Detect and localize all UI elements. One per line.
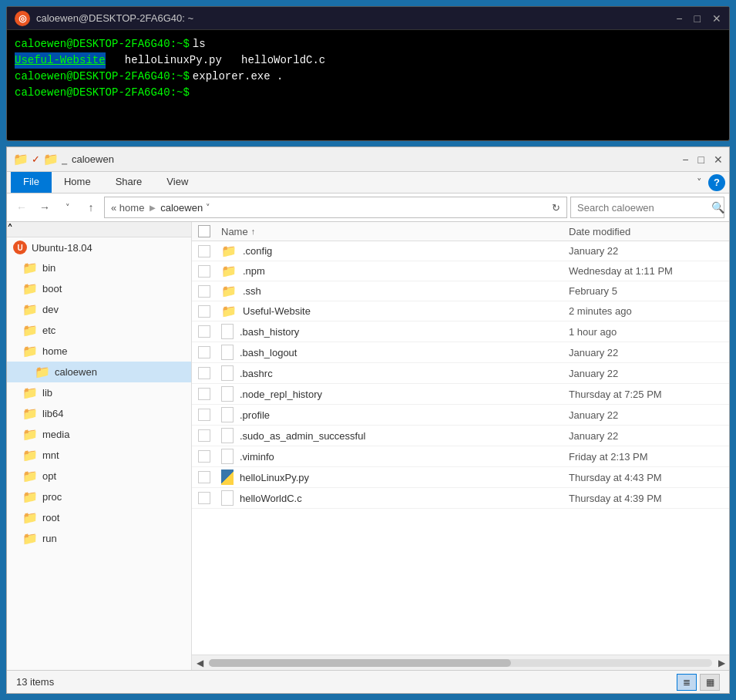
file-row-bashrc[interactable]: .bashrc January 22 — [192, 363, 729, 384]
file-row-sudo[interactable]: .sudo_as_admin_successful January 22 — [192, 426, 729, 446]
sidebar-item-dev[interactable]: 📁 dev — [7, 299, 191, 320]
file-check-profile[interactable] — [198, 409, 210, 421]
terminal-cmd-2: explorer.exe . — [193, 69, 284, 85]
nav-recent-button[interactable]: ˅ — [58, 197, 78, 217]
sidebar-item-lib64[interactable]: 📁 lib64 — [7, 403, 191, 424]
explorer-close-button[interactable]: ✕ — [714, 153, 723, 166]
view-large-icons-button[interactable]: ▦ — [700, 674, 720, 691]
search-input[interactable] — [577, 202, 707, 214]
scroll-left-button[interactable]: ◀ — [192, 658, 207, 668]
file-row-profile[interactable]: .profile January 22 — [192, 405, 729, 426]
file-check-config[interactable] — [198, 245, 210, 257]
ribbon-tab-share[interactable]: Share — [103, 172, 155, 193]
file-label-sudo: .sudo_as_admin_successful — [240, 430, 365, 442]
sidebar-item-boot[interactable]: 📁 boot — [7, 278, 191, 299]
header-name-col[interactable]: Name ↑ — [221, 226, 569, 237]
scroll-right-button[interactable]: ▶ — [714, 658, 729, 668]
ribbon-tab-home[interactable]: Home — [52, 172, 103, 193]
file-check-bash-history[interactable] — [198, 325, 210, 338]
file-row-node-repl[interactable]: .node_repl_history Thursday at 7:25 PM — [192, 384, 729, 405]
titlebar-folder-icon-2: 📁 — [43, 152, 59, 167]
sidebar-item-home[interactable]: 📁 home — [7, 341, 191, 362]
sidebar-item-lib[interactable]: 📁 lib — [7, 382, 191, 403]
file-row-config[interactable]: 📁 .config January 22 — [192, 241, 729, 261]
file-row-viminfo[interactable]: .viminfo Friday at 2:13 PM — [192, 446, 729, 467]
file-row-helloworldc[interactable]: helloWorldC.c Thursday at 4:39 PM — [192, 488, 729, 509]
search-icon[interactable]: 🔍 — [711, 201, 724, 214]
quick-access-icons: 📁 ✓ 📁 ⎯ — [13, 152, 67, 167]
file-check-useful-website[interactable] — [198, 305, 210, 318]
file-check-viminfo[interactable] — [198, 450, 210, 463]
file-label-viminfo: .viminfo — [240, 451, 274, 463]
scroll-track[interactable] — [209, 659, 712, 667]
sidebar-item-etc[interactable]: 📁 etc — [7, 320, 191, 341]
sidebar-item-proc[interactable]: 📁 proc — [7, 486, 191, 507]
horizontal-scrollbar[interactable]: ◀ ▶ — [192, 655, 729, 670]
header-date-col[interactable]: Date modified — [569, 226, 723, 237]
folder-icon-mnt: 📁 — [22, 448, 38, 463]
ribbon-help-button[interactable]: ? — [708, 174, 725, 191]
sidebar-scroll-up[interactable]: ˄ — [7, 222, 191, 237]
ribbon-tab-view[interactable]: View — [154, 172, 200, 193]
sidebar-label-lib64: lib64 — [42, 408, 63, 419]
terminal-cmd-1: ls — [193, 36, 206, 52]
file-name-helloworldc: helloWorldC.c — [221, 490, 569, 506]
sidebar-item-ubuntu[interactable]: U Ubuntu-18.04 — [7, 237, 191, 257]
nav-forward-button[interactable]: → — [35, 197, 55, 217]
file-check-node-repl[interactable] — [198, 388, 210, 400]
file-list: 📁 .config January 22 📁 .npm Wednesday at… — [192, 241, 729, 655]
file-row-bash-logout[interactable]: .bash_logout January 22 — [192, 342, 729, 363]
terminal-close-button[interactable]: ✕ — [712, 12, 721, 25]
sidebar-item-media[interactable]: 📁 media — [7, 424, 191, 445]
sidebar-item-bin[interactable]: 📁 bin — [7, 257, 191, 278]
file-check-bash-logout[interactable] — [198, 346, 210, 358]
file-check-hellolinuxpy[interactable] — [198, 471, 210, 483]
nav-back-button[interactable]: ← — [12, 197, 32, 217]
terminal-controls: − □ ✕ — [676, 12, 721, 25]
view-details-button[interactable]: ≣ — [677, 674, 697, 691]
file-date-useful-website: 2 minutes ago — [569, 305, 723, 317]
sidebar-item-run[interactable]: 📁 run — [7, 528, 191, 549]
sidebar-item-root[interactable]: 📁 root — [7, 507, 191, 528]
search-bar[interactable]: 🔍 — [570, 197, 724, 218]
ribbon-expand-button[interactable]: ˅ — [691, 173, 708, 192]
address-refresh-button[interactable]: ↻ — [552, 202, 560, 214]
folder-icon-proc: 📁 — [22, 490, 38, 504]
file-check-helloworldc[interactable] — [198, 492, 210, 504]
terminal-maximize-button[interactable]: □ — [694, 12, 701, 25]
sort-arrow-icon: ↑ — [251, 227, 256, 236]
file-check-sudo[interactable] — [198, 429, 210, 442]
header-name-label: Name — [221, 226, 248, 237]
file-label-node-repl: .node_repl_history — [240, 389, 322, 400]
file-date-npm: Wednesday at 1:11 PM — [569, 265, 723, 277]
file-row-hellolinuxpy[interactable]: helloLinuxPy.py Thursday at 4:43 PM — [192, 467, 729, 488]
terminal-minimize-button[interactable]: − — [676, 12, 682, 25]
explorer-maximize-button[interactable]: □ — [698, 153, 704, 166]
address-bar[interactable]: « home ► caloewen ˅ ↻ — [104, 197, 567, 218]
file-name-sudo: .sudo_as_admin_successful — [221, 428, 569, 443]
file-row-ssh[interactable]: 📁 .ssh February 5 — [192, 281, 729, 301]
file-row-useful-website[interactable]: 📁 Useful-Website 2 minutes ago — [192, 301, 729, 321]
sidebar-item-caloewen[interactable]: 📁 caloewen — [7, 362, 191, 382]
file-row-npm[interactable]: 📁 .npm Wednesday at 1:11 PM — [192, 261, 729, 281]
header-checkbox[interactable] — [198, 225, 210, 237]
sidebar-item-mnt[interactable]: 📁 mnt — [7, 445, 191, 466]
address-dropdown-arrow[interactable]: ˅ — [206, 203, 210, 213]
nav-up-button[interactable]: ↑ — [81, 197, 101, 217]
terminal-link-useful-website[interactable]: Useful-Website — [15, 52, 106, 69]
file-date-viminfo: Friday at 2:13 PM — [569, 451, 723, 463]
file-list-header: Name ↑ Date modified — [192, 222, 729, 241]
file-label-profile: .profile — [240, 409, 270, 421]
file-check-ssh[interactable] — [198, 285, 210, 298]
file-check-bashrc[interactable] — [198, 367, 210, 379]
file-label-hellolinuxpy: helloLinuxPy.py — [240, 472, 309, 483]
file-row-bash-history[interactable]: .bash_history 1 hour ago — [192, 321, 729, 342]
file-check-npm[interactable] — [198, 265, 210, 278]
folder-icon-home: 📁 — [22, 344, 38, 358]
sidebar-item-opt[interactable]: 📁 opt — [7, 466, 191, 486]
folder-icon-npm: 📁 — [221, 264, 237, 278]
ribbon-tab-file[interactable]: File — [11, 172, 52, 193]
explorer-minimize-button[interactable]: − — [682, 153, 688, 166]
file-name-profile: .profile — [221, 407, 569, 422]
scroll-thumb[interactable] — [209, 659, 511, 667]
